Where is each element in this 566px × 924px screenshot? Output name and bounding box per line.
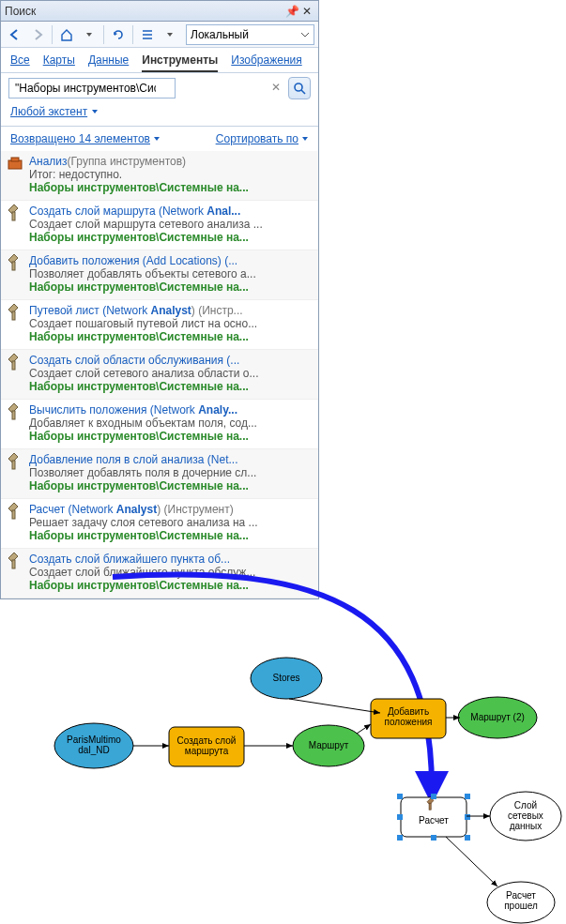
back-button[interactable]	[5, 24, 25, 45]
result-title[interactable]: Вычислить положения (Network Analy...	[29, 403, 311, 417]
chevron-down-icon	[300, 30, 310, 39]
list-dropdown[interactable]	[160, 24, 180, 45]
separator	[52, 25, 53, 44]
svg-rect-14	[465, 794, 470, 799]
results-list: ▴ ▾ Анализ(Группа инструментов)Итог: нед…	[1, 151, 318, 598]
result-description: Позволяет добавлять поля в дочерние сл..…	[29, 466, 311, 479]
toolbox-icon	[7, 155, 23, 172]
hammer-icon	[7, 453, 23, 470]
node-stores[interactable]	[251, 658, 322, 699]
result-title[interactable]: Создать слой области обслуживания (...	[29, 354, 311, 367]
result-path: Наборы инструментов\Системные на...	[29, 231, 311, 244]
result-title[interactable]: Добавить положения (Add Locations) (...	[29, 254, 311, 267]
result-title[interactable]: Добавление поля в слой анализа (Net...	[29, 453, 311, 466]
result-item[interactable]: Анализ(Группа инструментов)Итог: недосту…	[1, 151, 318, 201]
hammer-icon	[7, 553, 23, 569]
chevron-down-icon	[301, 135, 309, 143]
result-item[interactable]: Добавление поля в слой анализа (Net...По…	[1, 449, 318, 499]
node-route-label: Маршрут	[309, 740, 349, 750]
svg-rect-17	[397, 835, 403, 841]
location-selector[interactable]: Локальный	[186, 24, 314, 45]
result-title[interactable]: Создать слой ближайшего пункта об...	[29, 553, 311, 566]
selection-handles	[397, 794, 470, 841]
result-path: Наборы инструментов\Системные на...	[29, 479, 311, 492]
result-item[interactable]: Создать слой области обслуживания (...Со…	[1, 350, 318, 400]
tab-data[interactable]: Данные	[88, 53, 129, 72]
svg-rect-8	[12, 461, 15, 469]
result-title[interactable]: Анализ(Группа инструментов)	[29, 155, 311, 168]
node-paris[interactable]	[54, 723, 133, 768]
result-description: Создает пошаговый путевой лист на осно..…	[29, 317, 311, 330]
sort-by[interactable]: Сортировать по	[216, 132, 309, 145]
node-create-route[interactable]	[169, 727, 244, 766]
edge	[357, 724, 371, 734]
svg-rect-18	[431, 835, 436, 841]
node-route[interactable]	[293, 725, 364, 766]
close-icon[interactable]: ✕	[299, 4, 314, 19]
result-item[interactable]: Расчет (Network Analyst) (Инструмент)Реш…	[1, 499, 318, 549]
node-route-2[interactable]	[458, 697, 537, 738]
result-path: Наборы инструментов\Системные на...	[29, 380, 311, 393]
svg-rect-13	[431, 794, 436, 799]
clear-search-icon[interactable]: ✕	[271, 81, 281, 94]
svg-rect-2	[11, 158, 19, 161]
result-item[interactable]: Создать слой ближайшего пункта об...Созд…	[1, 549, 318, 598]
forward-button[interactable]	[27, 24, 48, 45]
result-description: Создает слой сетевого анализа области о.…	[29, 367, 311, 380]
result-path: Наборы инструментов\Системные на...	[29, 280, 311, 294]
node-create-route-label: Создать слоймаршрута	[177, 735, 237, 756]
chevron-down-icon	[91, 108, 99, 115]
hammer-icon	[7, 254, 23, 271]
search-button[interactable]	[288, 77, 311, 99]
result-item[interactable]: Вычислить положения (Network Analy...Доб…	[1, 400, 318, 449]
location-value: Локальный	[191, 28, 249, 41]
result-title[interactable]: Расчет (Network Analyst) (Инструмент)	[29, 503, 311, 516]
tab-maps[interactable]: Карты	[43, 53, 75, 72]
node-net-layer[interactable]	[490, 792, 561, 841]
tab-all[interactable]: Все	[10, 53, 30, 72]
titlebar: Поиск 📌 ✕	[1, 1, 318, 22]
node-calc[interactable]	[401, 797, 467, 837]
window-title: Поиск	[5, 5, 284, 18]
node-calc-passed[interactable]	[487, 882, 555, 923]
hammer-icon	[427, 798, 434, 810]
list-button[interactable]	[137, 24, 158, 45]
result-description: Добавляет к входным объектам поля, сод..…	[29, 417, 311, 430]
svg-rect-19	[465, 835, 470, 841]
node-paris-label: ParisMultimodal_ND	[67, 735, 121, 755]
result-path: Наборы инструментов\Системные на...	[29, 579, 311, 592]
chevron-down-icon	[153, 135, 161, 143]
result-description: Решает задачу слоя сетевого анализа на .…	[29, 516, 311, 529]
svg-rect-6	[12, 361, 15, 370]
refresh-button[interactable]	[108, 24, 129, 45]
result-path: Наборы инструментов\Системные на...	[29, 430, 311, 443]
svg-rect-7	[12, 411, 15, 419]
svg-rect-3	[12, 212, 15, 220]
autohide-icon[interactable]: 📌	[284, 4, 299, 19]
node-route-2-label: Маршрут (2)	[470, 712, 525, 722]
result-description: Создает слой ближайшего пункта обслуж...	[29, 566, 311, 579]
svg-rect-16	[465, 814, 470, 820]
extent-dropdown[interactable]: Любой экстент	[1, 103, 318, 124]
search-input[interactable]	[8, 78, 176, 98]
tab-images[interactable]: Изображения	[231, 53, 301, 72]
hammer-icon	[7, 354, 23, 371]
tab-tools[interactable]: Инструменты	[142, 53, 218, 72]
svg-rect-5	[12, 311, 15, 320]
extent-label: Любой экстент	[10, 105, 87, 118]
node-add-locations[interactable]	[371, 699, 446, 738]
result-title[interactable]: Путевой лист (Network Analyst) (Инстр...	[29, 304, 311, 317]
hammer-icon	[7, 503, 23, 520]
result-title[interactable]: Создать слой маршрута (Network Anal...	[29, 204, 311, 218]
result-item[interactable]: Создать слой маршрута (Network Anal...Со…	[1, 201, 318, 250]
results-count[interactable]: Возвращено 14 элементов	[10, 132, 161, 145]
home-dropdown[interactable]	[79, 24, 99, 45]
result-item[interactable]: Путевой лист (Network Analyst) (Инстр...…	[1, 300, 318, 350]
search-panel: Поиск 📌 ✕ Локальный Вс	[0, 0, 319, 599]
hammer-icon	[7, 204, 23, 221]
result-item[interactable]: Добавить положения (Add Locations) (...П…	[1, 250, 318, 300]
home-button[interactable]	[56, 24, 77, 45]
result-description: Позволяет добавлять объекты сетевого а..…	[29, 267, 311, 280]
separator	[132, 25, 133, 44]
result-path: Наборы инструментов\Системные на...	[29, 529, 311, 542]
